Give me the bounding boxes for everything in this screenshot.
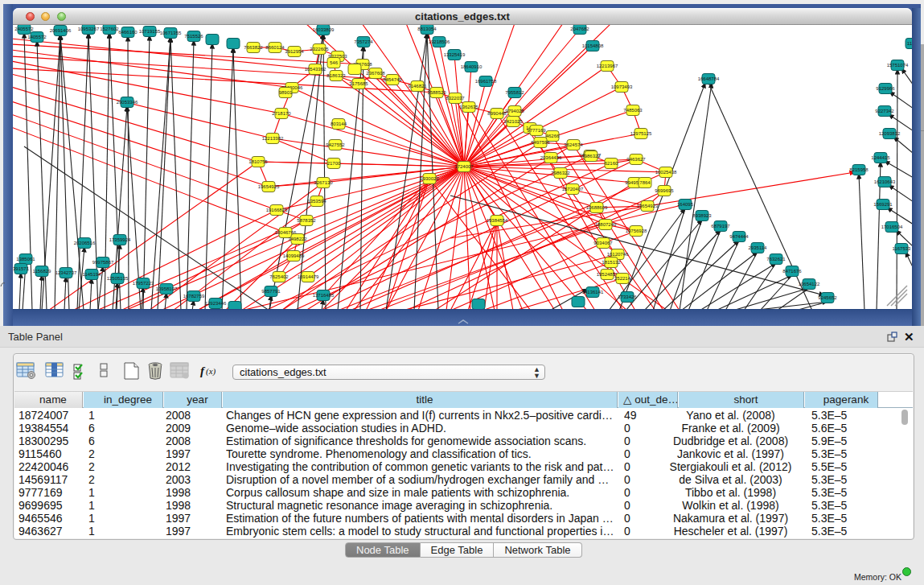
svg-text:16033809: 16033809 [313, 27, 335, 32]
svg-text:8471676: 8471676 [782, 269, 802, 274]
svg-text:9794028: 9794028 [505, 109, 524, 113]
svg-text:99975867: 99975867 [92, 260, 114, 265]
svg-text:13325419: 13325419 [444, 52, 466, 57]
svg-text:20364436: 20364436 [540, 155, 562, 160]
svg-text:1156829: 1156829 [33, 269, 52, 274]
svg-text:3624574: 3624574 [564, 142, 583, 147]
svg-text:7515526: 7515526 [184, 34, 203, 39]
svg-text:9474444: 9474444 [729, 234, 749, 239]
svg-text:8322037: 8322037 [446, 96, 465, 101]
svg-text:8186323: 8186323 [326, 73, 346, 78]
svg-text:1815132: 1815132 [602, 260, 621, 265]
svg-text:6879197: 6879197 [711, 224, 730, 229]
svg-text:1385061: 1385061 [16, 257, 35, 262]
svg-text:1733426: 1733426 [618, 295, 637, 299]
svg-text:803144: 803144 [331, 122, 347, 126]
svg-text:10958107: 10958107 [156, 286, 178, 291]
svg-text:f: f [200, 365, 206, 377]
svg-text:16210643: 16210643 [874, 179, 896, 184]
svg-text:391571: 391571 [13, 266, 30, 271]
svg-text:1588520: 1588520 [427, 90, 446, 95]
svg-text:9699695: 9699695 [655, 188, 674, 193]
svg-text:8454749: 8454749 [383, 77, 402, 82]
svg-text:1569291: 1569291 [873, 202, 893, 207]
svg-text:46266: 46266 [546, 134, 560, 138]
svg-text:17016504: 17016504 [881, 225, 903, 229]
svg-text:10025438: 10025438 [655, 170, 677, 175]
svg-text:1810755: 1810755 [248, 159, 268, 164]
svg-text:20206516: 20206516 [74, 241, 96, 245]
svg-text:17957223: 17957223 [133, 281, 154, 286]
svg-text:9146821: 9146821 [408, 84, 427, 89]
svg-text:2935114: 2935114 [749, 245, 768, 250]
svg-text:7485063: 7485063 [623, 108, 643, 113]
svg-text:164095: 164095 [677, 202, 694, 207]
svg-text:1145194: 1145194 [83, 272, 102, 277]
svg-text:19654925: 19654925 [258, 184, 280, 189]
svg-text:12213967: 12213967 [597, 64, 618, 68]
svg-text:7625402: 7625402 [269, 274, 289, 279]
svg-text:1112: 1112 [907, 41, 912, 46]
svg-text:15751074: 15751074 [887, 63, 909, 68]
svg-text:16782759: 16782759 [183, 294, 205, 299]
svg-text:1167533: 1167533 [893, 246, 912, 251]
svg-text:12093832: 12093832 [879, 131, 901, 136]
svg-text:1405572: 1405572 [27, 35, 47, 39]
svg-text:10719155: 10719155 [139, 29, 161, 34]
svg-text:2047682: 2047682 [570, 27, 589, 31]
svg-text:2322605: 2322605 [310, 47, 329, 51]
svg-text:9034067: 9034067 [593, 241, 613, 245]
svg-text:(x): (x) [206, 366, 216, 377]
svg-text:1421025: 1421025 [503, 119, 523, 124]
svg-text:6497596: 6497596 [531, 140, 550, 145]
svg-text:16120746: 16120746 [607, 252, 629, 257]
svg-text:19166825: 19166825 [266, 208, 288, 212]
svg-text:9463627: 9463627 [626, 157, 646, 162]
svg-text:1724007: 1724007 [454, 164, 474, 169]
svg-text:98901: 98901 [279, 90, 293, 95]
svg-text:7986322: 7986322 [551, 171, 570, 175]
svg-text:9777169: 9777169 [527, 128, 546, 133]
svg-text:10654122: 10654122 [799, 282, 820, 286]
svg-text:7663822: 7663822 [244, 45, 263, 50]
svg-text:19756928: 19756928 [626, 229, 647, 233]
svg-text:21700: 21700 [327, 161, 341, 166]
svg-text:5878352: 5878352 [297, 218, 316, 223]
svg-text:14099489: 14099489 [283, 253, 305, 258]
svg-text:9129966: 9129966 [876, 86, 895, 91]
svg-text:9427552: 9427552 [326, 142, 345, 147]
svg-text:252214: 252214 [614, 276, 631, 281]
svg-text:16961758: 16961758 [475, 79, 497, 84]
svg-text:19384554: 19384554 [487, 218, 508, 223]
svg-text:19218506: 19218506 [429, 39, 450, 44]
svg-text:2718170: 2718170 [272, 111, 291, 116]
svg-text:29053346: 29053346 [117, 100, 138, 105]
svg-text:8215958: 8215958 [849, 167, 869, 172]
svg-text:7632621: 7632621 [766, 257, 786, 262]
svg-text:12975125: 12975125 [630, 131, 652, 136]
svg-text:18807249: 18807249 [595, 222, 617, 227]
svg-text:8813054: 8813054 [417, 27, 437, 31]
svg-text:12213382: 12213382 [262, 136, 284, 141]
svg-text:3498222: 3498222 [288, 237, 307, 241]
svg-text:10688609: 10688609 [586, 205, 608, 210]
svg-text:20691406: 20691406 [50, 28, 72, 33]
svg-text:6466160: 6466160 [118, 30, 138, 35]
svg-text:10154808: 10154808 [582, 43, 604, 48]
svg-text:10543362: 10543362 [305, 67, 326, 72]
svg-text:1244415: 1244415 [871, 155, 890, 160]
svg-text:10973493: 10973493 [611, 84, 633, 89]
svg-text:9245652: 9245652 [818, 295, 837, 300]
svg-text:1527602: 1527602 [100, 27, 119, 31]
svg-text:8660124: 8660124 [265, 45, 285, 50]
svg-text:12923446: 12923446 [205, 301, 227, 306]
svg-text:7357274: 7357274 [354, 39, 373, 44]
svg-text:546: 546 [330, 60, 339, 65]
svg-text:7864: 7864 [639, 180, 651, 185]
svg-text:2367608: 2367608 [366, 71, 385, 76]
svg-text:10953267: 10953267 [78, 27, 100, 31]
svg-text:7986322: 7986322 [581, 154, 601, 159]
svg-text:18640910: 18640910 [461, 64, 483, 69]
svg-text:62160: 62160 [605, 161, 618, 166]
svg-text:8938923: 8938923 [692, 213, 712, 218]
